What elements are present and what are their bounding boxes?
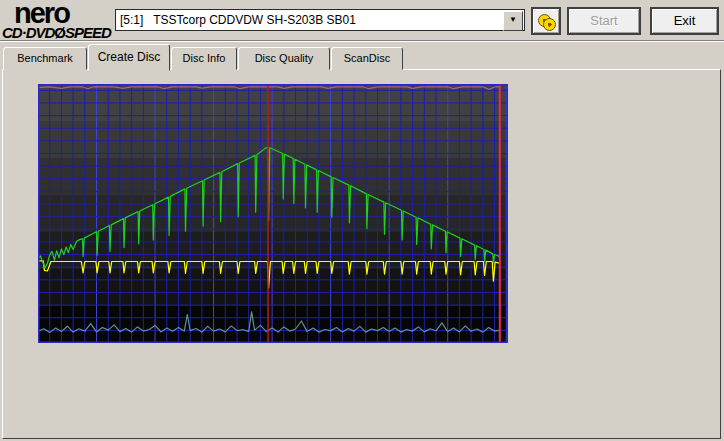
disc-icon: Ø: [54, 24, 65, 41]
toolbar-divider: [0, 40, 724, 42]
tab-scandisc[interactable]: ScanDisc: [331, 47, 403, 70]
exit-button[interactable]: Exit: [650, 7, 719, 35]
tab-disc-quality[interactable]: Disc Quality: [238, 47, 330, 70]
chevron-down-icon[interactable]: ▼: [503, 11, 523, 31]
burn-options-button[interactable]: [531, 7, 561, 35]
logo-speed: SPEED: [65, 24, 111, 41]
start-button[interactable]: Start: [567, 7, 641, 35]
nero-cd-dvd-speed-window: { "header": { "logo_top": "nero", "logo_…: [0, 0, 724, 441]
drive-select[interactable]: [5:1] TSSTcorp CDDVDW SH-S203B SB01 ▼: [115, 9, 525, 31]
tab-disc-info[interactable]: Disc Info: [171, 47, 237, 70]
logo-cd-dvd: CD·DVD: [2, 24, 54, 41]
nero-logo: nero: [14, 0, 69, 26]
disc-icon: [543, 18, 556, 31]
cd-dvd-speed-logo: CD·DVDØSPEED: [2, 24, 111, 41]
drive-select-value: [5:1] TSSTcorp CDDVDW SH-S203B SB01: [120, 13, 356, 27]
tab-benchmark[interactable]: Benchmark: [3, 47, 87, 70]
write-speed-chart: [38, 84, 508, 343]
tab-create-disc[interactable]: Create Disc: [88, 44, 170, 71]
